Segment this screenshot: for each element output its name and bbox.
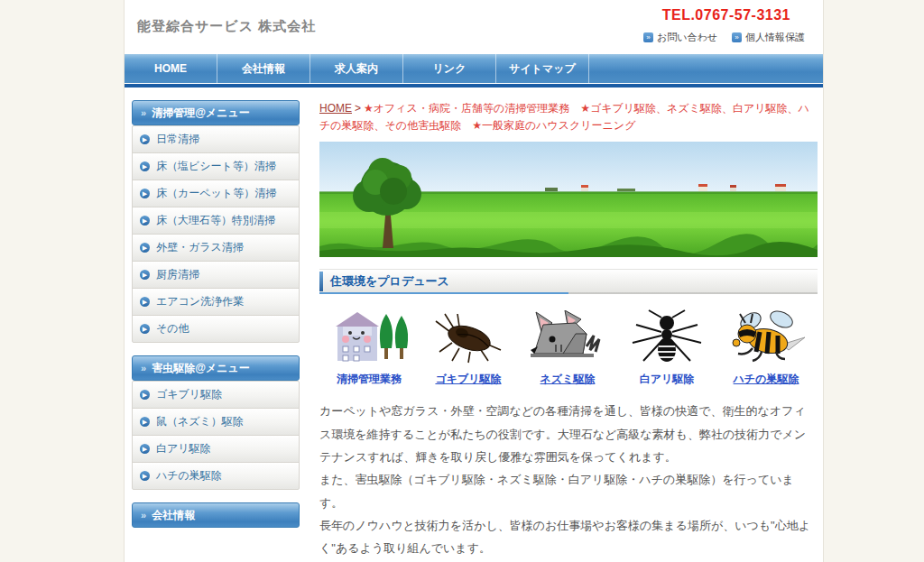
double-arrow-icon: » — [141, 100, 146, 125]
company-name: 能登綜合サービス 株式会社 — [137, 18, 316, 35]
hero-image — [319, 142, 818, 257]
sidebar-item-cockroach[interactable]: ▶ゴキブリ駆除 — [132, 381, 300, 409]
sidebar-item-marble-floor[interactable]: ▶床（大理石等）特別清掃 — [132, 207, 300, 235]
service-label: ハチの巣駆除 — [716, 372, 816, 387]
service-cleaning[interactable]: 清掃管理業務 — [319, 307, 419, 387]
privacy-link-label: 個人情報保護 — [745, 31, 805, 44]
services-row: 清掃管理業務 ゴキブリ駆除 — [319, 307, 818, 387]
arrow-circle-icon: ▶ — [140, 297, 150, 307]
service-label: ネズミ駆除 — [518, 372, 617, 387]
house-and-trees-icon — [319, 307, 419, 364]
arrow-circle-icon: ▶ — [140, 189, 150, 198]
sidebar-item-kitchen[interactable]: ▶厨房清掃 — [132, 261, 300, 289]
double-arrow-icon: » — [732, 32, 742, 42]
arrow-circle-icon: ▶ — [140, 471, 150, 481]
service-wasp[interactable]: ハチの巣駆除 — [716, 307, 816, 387]
breadcrumb: HOME>★オフィス・病院・店舗等の清掃管理業務 ★ゴキブリ駆除、ネズミ駆除、白… — [319, 100, 818, 134]
privacy-link[interactable]: » 個人情報保護 — [732, 31, 805, 44]
sidebar-item-carpet-floor[interactable]: ▶床（カーペット等）清掃 — [132, 180, 300, 207]
sidebar-item-wall-glass[interactable]: ▶外壁・ガラス清掃 — [132, 234, 300, 262]
sidebar-item-other[interactable]: ▶その他 — [132, 315, 300, 343]
contact-link-label: お問い合わせ — [657, 31, 717, 44]
double-arrow-icon: » — [643, 32, 653, 42]
nav-tab-company[interactable]: 会社情報 — [217, 54, 310, 83]
service-termite[interactable]: 白アリ駆除 — [617, 307, 716, 387]
intro-paragraph-2: また、害虫駆除（ゴキブリ駆除・ネズミ駆除・白アリ駆除・ハチの巣駆除）を行っていま… — [319, 468, 818, 514]
cleaning-menu-list: ▶日常清掃 ▶床（塩ビシート等）清掃 ▶床（カーペット等）清掃 ▶床（大理石等）… — [132, 125, 300, 343]
phone-number: TEL.0767-57-3131 — [662, 7, 790, 23]
site-header: 能登綜合サービス 株式会社 TEL.0767-57-3131 » お問い合わせ … — [125, 0, 823, 54]
intro-paragraph-1: カーペットや窓ガラス・外壁・空調などの各種清掃を通し、皆様の快適で、衛生的なオフ… — [319, 400, 818, 468]
arrow-circle-icon: ▶ — [140, 390, 150, 400]
breadcrumb-current: ★オフィス・病院・店舗等の清掃管理業務 ★ゴキブリ駆除、ネズミ駆除、白アリ駆除、… — [319, 102, 809, 132]
contact-link[interactable]: » お問い合わせ — [643, 31, 717, 44]
sidebar-item-rat[interactable]: ▶鼠（ネズミ）駆除 — [132, 408, 300, 436]
nav-tab-links[interactable]: リンク — [403, 54, 496, 83]
sidebar-header-label: 会社情報 — [152, 502, 195, 528]
sidebar-item-aircon[interactable]: ▶エアコン洗浄作業 — [132, 288, 300, 316]
service-label: 清掃管理業務 — [319, 372, 419, 387]
sidebar-item-vinyl-floor[interactable]: ▶床（塩ビシート等）清掃 — [132, 152, 300, 180]
nav-tab-recruit[interactable]: 求人案内 — [310, 54, 403, 83]
intro-paragraph-3: 長年のノウハウと技術力を活かし、皆様のお仕事場やお客様の集まる場所が、いつも"心… — [319, 514, 818, 560]
nav-tab-sitemap[interactable]: サイトマップ — [496, 54, 589, 83]
intro-text: カーペットや窓ガラス・外壁・空調などの各種清掃を通し、皆様の快適で、衛生的なオフ… — [319, 400, 818, 559]
ant-icon — [617, 307, 716, 364]
sidebar-header-company-info[interactable]: » 会社情報 — [132, 502, 300, 528]
breadcrumb-home-link[interactable]: HOME — [319, 102, 352, 115]
arrow-circle-icon: ▶ — [140, 324, 150, 334]
main-nav: HOME 会社情報 求人案内 リンク サイトマップ — [125, 54, 823, 88]
hornet-icon — [716, 307, 816, 364]
sidebar-header-pest-menu: » 害虫駆除@メニュー — [132, 355, 300, 381]
sidebar-item-termite[interactable]: ▶白アリ駆除 — [132, 435, 300, 463]
sidebar-item-daily-cleaning[interactable]: ▶日常清掃 — [132, 125, 300, 153]
cockroach-icon — [419, 307, 518, 364]
arrow-circle-icon: ▶ — [140, 134, 150, 144]
service-label: ゴキブリ駆除 — [419, 372, 518, 387]
service-label: 白アリ駆除 — [617, 372, 716, 387]
mouse-icon — [518, 307, 617, 364]
breadcrumb-separator: > — [355, 102, 361, 115]
header-links: » お問い合わせ » 個人情報保護 — [643, 31, 805, 44]
arrow-circle-icon: ▶ — [140, 243, 150, 253]
sidebar-item-wasp-nest[interactable]: ▶ハチの巣駆除 — [132, 462, 300, 490]
service-mouse[interactable]: ネズミ駆除 — [518, 307, 617, 387]
section-header-produce: 住環境をプロデュース — [319, 269, 818, 292]
main-content: HOME>★オフィス・病院・店舗等の清掃管理業務 ★ゴキブリ駆除、ネズミ駆除、白… — [319, 100, 818, 562]
pest-menu-list: ▶ゴキブリ駆除 ▶鼠（ネズミ）駆除 ▶白アリ駆除 ▶ハチの巣駆除 — [132, 381, 300, 490]
arrow-circle-icon: ▶ — [140, 216, 150, 226]
double-arrow-icon: » — [141, 502, 146, 528]
sidebar-header-label: 害虫駆除@メニュー — [152, 355, 250, 381]
page-container: 能登綜合サービス 株式会社 TEL.0767-57-3131 » お問い合わせ … — [124, 0, 824, 562]
service-cockroach[interactable]: ゴキブリ駆除 — [419, 307, 518, 387]
sidebar: » 清掃管理@メニュー ▶日常清掃 ▶床（塩ビシート等）清掃 ▶床（カーペット等… — [132, 100, 300, 562]
sidebar-header-cleaning-menu: » 清掃管理@メニュー — [132, 100, 300, 125]
section-title: 住環境をプロデュース — [330, 273, 449, 290]
arrow-circle-icon: ▶ — [140, 270, 150, 280]
nav-tab-home[interactable]: HOME — [125, 54, 217, 83]
arrow-circle-icon: ▶ — [140, 417, 150, 427]
arrow-circle-icon: ▶ — [140, 161, 150, 171]
arrow-circle-icon: ▶ — [140, 444, 150, 454]
sidebar-header-label: 清掃管理@メニュー — [152, 100, 250, 125]
section-header-bar — [319, 272, 323, 291]
double-arrow-icon: » — [141, 355, 146, 381]
